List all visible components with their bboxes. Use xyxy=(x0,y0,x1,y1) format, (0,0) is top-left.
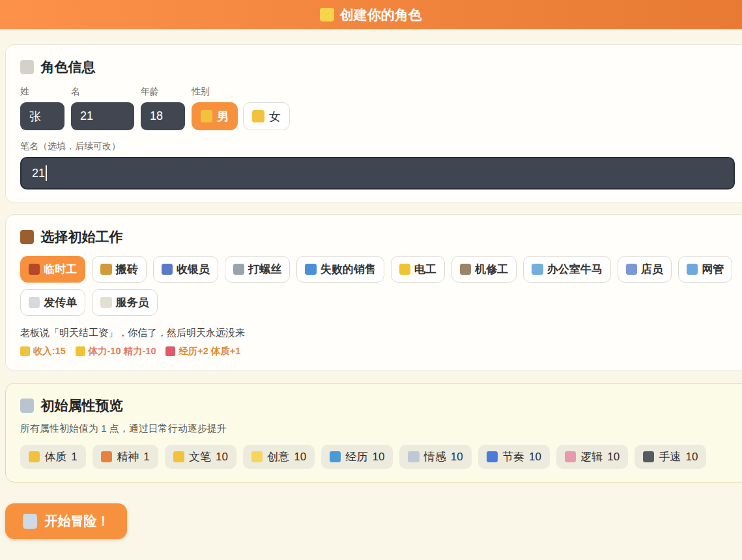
bulb-icon: 💡 xyxy=(251,451,263,462)
pen-name-label: 笔名（选填，后续可改） xyxy=(20,141,735,152)
character-creation-screen: ✨ 创建你的角色 📝 角色信息 姓 名 年龄 xyxy=(0,0,742,539)
bar-chart-icon: 📊 xyxy=(20,399,34,412)
attr-value: 10 xyxy=(372,451,384,464)
job-option-label: 搬砖 xyxy=(116,262,138,277)
job-option-label: 发传单 xyxy=(44,295,77,310)
job-option-shop-clerk[interactable]: 🏬 店员 xyxy=(618,256,672,283)
start-adventure-label: 开始冒险！ xyxy=(44,512,109,530)
gender-field-group: 性别 👦 男 👧 女 xyxy=(192,86,290,130)
hammer-wrench-icon: 🛠️ xyxy=(460,264,471,275)
character-info-title-text: 角色信息 xyxy=(40,58,95,76)
given-name-label: 名 xyxy=(71,86,134,98)
job-option-label: 电工 xyxy=(414,262,436,277)
job-option-label: 打螺丝 xyxy=(248,262,281,277)
job-options: 🧱 临时工 🏗️ 搬砖 🏪 收银员 🔧 打螺丝 📱 失败的销售 xyxy=(20,256,735,316)
page-title: 创建你的角色 xyxy=(340,6,422,24)
briefcase-icon: 💼 xyxy=(20,230,34,244)
job-option-label: 办公室牛马 xyxy=(547,262,603,277)
job-option-failed-sales[interactable]: 📱 失败的销售 xyxy=(296,256,384,283)
attr-value: 10 xyxy=(451,451,463,464)
page-icon: 📄 xyxy=(29,297,40,308)
job-option-screw-worker[interactable]: 🔧 打螺丝 xyxy=(225,256,290,283)
attribute-preview-title: 📊 初始属性预览 xyxy=(20,397,735,415)
job-description: 老板说「明天结工资」，你信了，然后明天永远没来 xyxy=(20,327,735,339)
surname-field-group: 姓 xyxy=(20,86,64,130)
surname-label: 姓 xyxy=(20,86,64,98)
job-selection-card: 💼 选择初始工作 🧱 临时工 🏗️ 搬砖 🏪 收银员 🔧 xyxy=(5,214,742,371)
boy-icon: 👦 xyxy=(201,110,212,122)
attr-value: 10 xyxy=(685,451,698,464)
attr-experience: 🌍 经历 10 xyxy=(321,445,393,469)
job-option-label: 失败的销售 xyxy=(321,262,376,277)
job-option-label: 网管 xyxy=(702,262,724,277)
job-effects: 💰 收入:15 ⚡ 体力-10 精力-10 📈 经历+2 体质+1 xyxy=(20,345,735,357)
job-option-waiter[interactable]: 🧾 服务员 xyxy=(92,289,157,316)
text-caret xyxy=(46,165,47,181)
job-option-cashier[interactable]: 🏪 收银员 xyxy=(153,256,218,283)
girl-icon: 👧 xyxy=(252,110,264,122)
gender-female-button[interactable]: 👧 女 xyxy=(243,102,289,130)
job-option-label: 服务员 xyxy=(116,295,149,310)
desktop-icon: 🖥️ xyxy=(687,264,698,275)
character-info-title: 📝 角色信息 xyxy=(20,58,735,76)
attr-label: 逻辑 xyxy=(580,449,603,464)
age-input[interactable] xyxy=(141,102,185,130)
job-option-label: 机修工 xyxy=(475,262,508,277)
store-icon: 🏪 xyxy=(162,264,173,275)
job-option-brick-carrier[interactable]: 🏗️ 搬砖 xyxy=(92,256,146,283)
gender-label: 性别 xyxy=(192,86,290,98)
attr-value: 1 xyxy=(143,451,149,464)
receipt-icon: 🧾 xyxy=(100,297,111,308)
music-note-icon: 🎵 xyxy=(487,451,498,462)
effect-income: 💰 收入:15 xyxy=(20,345,66,357)
attr-spirit: 🧘 精神 1 xyxy=(93,445,158,469)
name-fields-row: 姓 名 年龄 性别 👦 男 xyxy=(20,86,735,130)
attr-writing: ✍️ 文笔 10 xyxy=(165,445,236,469)
attribute-preview-card: 📊 初始属性预览 所有属性初始值为 1 点，通过日常行动逐步提升 💪 体质 1 … xyxy=(5,383,742,483)
attr-rhythm: 🎵 节奏 10 xyxy=(478,445,550,469)
given-name-field-group: 名 xyxy=(71,86,134,130)
attr-label: 经历 xyxy=(345,449,367,464)
job-option-label: 店员 xyxy=(641,262,663,277)
effect-income-text: 收入:15 xyxy=(33,345,66,357)
job-option-electrician[interactable]: ⚡ 电工 xyxy=(391,256,445,283)
attr-creativity: 💡 创意 10 xyxy=(243,445,315,469)
job-option-label: 临时工 xyxy=(44,262,77,277)
age-label: 年龄 xyxy=(141,86,185,98)
gender-options: 👦 男 👧 女 xyxy=(192,102,290,130)
surname-input[interactable] xyxy=(20,102,64,130)
memo-icon: 📝 xyxy=(20,60,34,74)
attr-value: 10 xyxy=(607,451,620,464)
attr-label: 节奏 xyxy=(502,449,524,464)
brick-icon: 🧱 xyxy=(29,264,40,275)
gender-male-label: 男 xyxy=(217,109,229,124)
attribute-chips: 💪 体质 1 🧘 精神 1 ✍️ 文笔 10 💡 创意 10 xyxy=(20,445,735,469)
attr-value: 1 xyxy=(71,451,77,464)
job-option-flyer-distributor[interactable]: 📄 发传单 xyxy=(20,289,85,316)
job-option-net-admin[interactable]: 🖥️ 网管 xyxy=(678,256,732,283)
attr-value: 10 xyxy=(294,451,306,464)
department-store-icon: 🏬 xyxy=(626,264,637,275)
gender-male-button[interactable]: 👦 男 xyxy=(192,102,238,130)
given-name-input[interactable] xyxy=(71,102,134,130)
job-option-office-worker[interactable]: 💻 办公室牛马 xyxy=(523,256,610,283)
attr-constitution: 💪 体质 1 xyxy=(20,445,86,469)
effect-stamina-text: 体力-10 精力-10 xyxy=(89,345,156,357)
job-selection-title-text: 选择初始工作 xyxy=(40,228,122,246)
job-selection-title: 💼 选择初始工作 xyxy=(20,228,735,246)
job-option-temp-worker[interactable]: 🧱 临时工 xyxy=(20,256,85,283)
flex-arm-icon: 💪 xyxy=(29,451,40,462)
brain-icon: 🧠 xyxy=(565,451,576,462)
globe-icon: 🌍 xyxy=(330,451,341,462)
gender-female-label: 女 xyxy=(269,109,281,124)
pen-name-input[interactable]: 21 xyxy=(20,157,735,189)
start-adventure-button[interactable]: 🚀 开始冒险！ xyxy=(5,503,127,539)
bolt-icon: ⚡ xyxy=(399,264,410,275)
attr-label: 精神 xyxy=(117,449,139,464)
job-option-mechanic[interactable]: 🛠️ 机修工 xyxy=(451,256,517,283)
attr-hand-speed: ⌨️ 手速 10 xyxy=(635,445,706,469)
attr-value: 10 xyxy=(216,451,228,464)
attr-logic: 🧠 逻辑 10 xyxy=(556,445,628,469)
keyboard-icon: ⌨️ xyxy=(643,451,654,462)
attr-label: 体质 xyxy=(44,449,66,464)
